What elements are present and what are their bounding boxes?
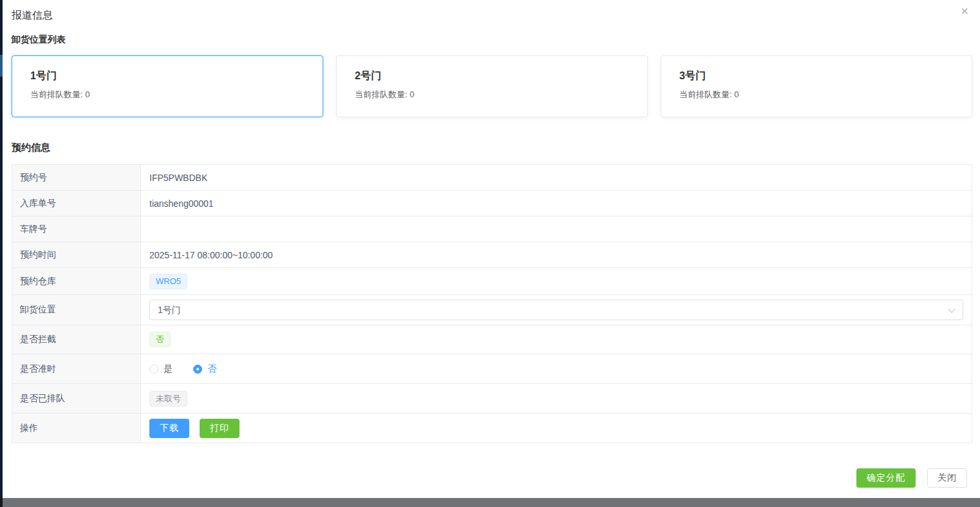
radio-no-label: 否 [207, 363, 216, 375]
unload-location-cards: 1号门 当前排队数量: 0 2号门 当前排队数量: 0 3号门 当前排队数量: … [12, 55, 972, 117]
inbound-no-value: tiansheng00001 [141, 191, 972, 216]
modal-footer: 确定分配 关闭 [856, 468, 967, 488]
queued-value: 未取号 [141, 384, 972, 413]
unload-location-list-heading: 卸货位置列表 [12, 34, 66, 46]
location-card-queue-count: 当前排队数量: 0 [679, 89, 954, 100]
queued-tag: 未取号 [149, 391, 187, 407]
confirm-assign-button[interactable]: 确定分配 [856, 468, 916, 488]
row-label: 是否已排队 [12, 384, 141, 413]
warehouse-value: WRO5 [141, 268, 972, 294]
row-label: 车牌号 [12, 216, 141, 242]
intercept-tag: 否 [149, 332, 171, 347]
warehouse-tag: WRO5 [149, 274, 187, 289]
close-button[interactable]: 关闭 [927, 468, 967, 488]
location-card-queue-count: 当前排队数量: 0 [30, 89, 305, 100]
download-button[interactable]: 下载 [149, 419, 189, 438]
background-sidebar-active-item [0, 55, 3, 77]
location-card-gate2[interactable]: 2号门 当前排队数量: 0 [336, 55, 648, 117]
radio-circle-icon [193, 365, 202, 374]
table-row-inbound-no: 入库单号 tiansheng00001 [12, 191, 972, 216]
radio-yes-label: 是 [164, 363, 173, 375]
table-row-actions: 操作 下载 打印 [12, 414, 972, 443]
radio-circle-icon [149, 365, 158, 374]
row-label: 预约号 [12, 165, 141, 190]
table-row-intercept: 是否拦截 否 [12, 325, 972, 354]
radio-yes[interactable]: 是 [149, 363, 173, 375]
location-card-title: 3号门 [679, 70, 954, 83]
reservation-info-heading: 预约信息 [12, 142, 50, 154]
chevron-down-icon [948, 305, 955, 312]
table-row-on-time: 是否准时 是 否 [12, 354, 972, 384]
row-label: 卸货位置 [12, 295, 141, 325]
on-time-value: 是 否 [141, 354, 972, 383]
row-label: 是否准时 [12, 354, 141, 383]
reservation-info-table: 预约号 IFP5PWBDBK 入库单号 tiansheng00001 车牌号 预… [12, 164, 972, 443]
plate-no-value [141, 216, 972, 242]
on-time-radio-group: 是 否 [149, 363, 216, 375]
row-label: 入库单号 [12, 191, 141, 216]
radio-no[interactable]: 否 [193, 363, 216, 375]
table-row-queued: 是否已排队 未取号 [12, 384, 972, 414]
row-label: 预约仓库 [12, 268, 141, 294]
select-value: 1号门 [158, 305, 181, 315]
operation-buttons: 下载 打印 [149, 419, 240, 438]
print-button[interactable]: 打印 [200, 419, 240, 438]
location-card-queue-count: 当前排队数量: 0 [355, 89, 629, 100]
location-card-gate1[interactable]: 1号门 当前排队数量: 0 [12, 55, 323, 117]
location-card-gate3[interactable]: 3号门 当前排队数量: 0 [661, 55, 972, 117]
background-dimmed-corner [0, 498, 3, 507]
background-dimmed-strip [0, 498, 980, 507]
modal-title: 报道信息 [12, 9, 53, 23]
unload-location-select[interactable]: 1号门 [149, 300, 963, 320]
close-icon[interactable]: × [961, 5, 968, 17]
table-row-reservation-no: 预约号 IFP5PWBDBK [12, 165, 972, 191]
table-row-unload-location: 卸货位置 1号门 [12, 295, 972, 325]
row-label: 是否拦截 [12, 325, 141, 354]
location-card-title: 2号门 [355, 70, 629, 83]
report-info-modal: 报道信息 × 卸货位置列表 1号门 当前排队数量: 0 2号门 当前排队数量: … [0, 0, 980, 507]
table-row-warehouse: 预约仓库 WRO5 [12, 268, 972, 295]
reservation-no-value: IFP5PWBDBK [141, 165, 972, 190]
table-row-plate-no: 车牌号 [12, 216, 972, 242]
actions-cell: 下载 打印 [141, 414, 972, 443]
intercept-value: 否 [141, 325, 972, 354]
location-card-title: 1号门 [30, 70, 305, 83]
row-label: 预约时间 [12, 242, 141, 267]
unload-location-cell: 1号门 [141, 295, 972, 325]
row-label: 操作 [12, 414, 141, 443]
reservation-time-value: 2025-11-17 08:00:00~10:00:00 [141, 242, 972, 267]
table-row-reservation-time: 预约时间 2025-11-17 08:00:00~10:00:00 [12, 242, 972, 268]
